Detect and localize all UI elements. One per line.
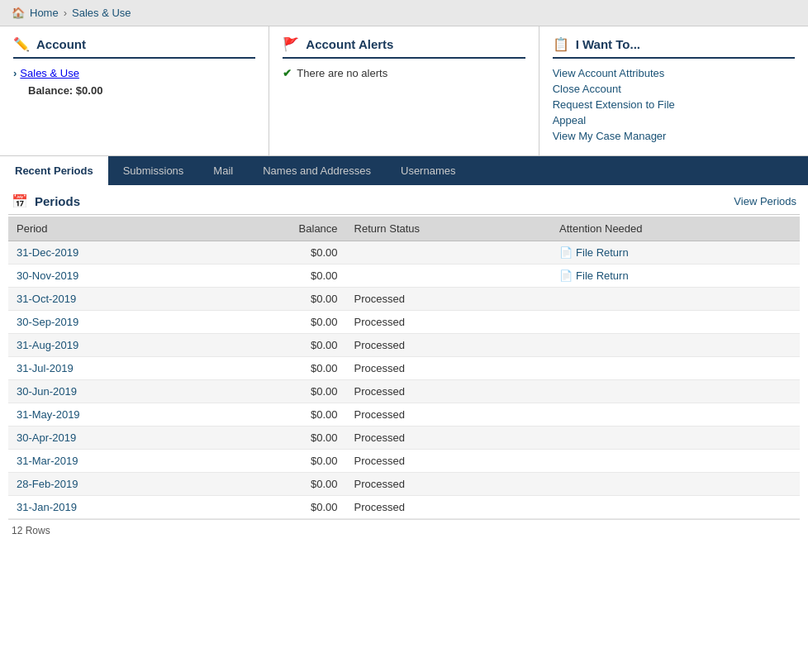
balance-cell: $0.00 bbox=[207, 380, 345, 403]
periods-table: PeriodBalanceReturn StatusAttention Need… bbox=[8, 217, 800, 519]
period-cell: 31-Jan-2019 bbox=[8, 496, 207, 519]
period-link-30-Nov-2019[interactable]: 30-Nov-2019 bbox=[17, 269, 78, 282]
attention-cell bbox=[551, 473, 800, 496]
alerts-flag-icon: 🚩 bbox=[283, 36, 299, 52]
period-link-31-May-2019[interactable]: 31-May-2019 bbox=[17, 408, 80, 421]
sales-use-tree-item[interactable]: › Sales & Use bbox=[13, 67, 255, 79]
table-row: 28-Feb-2019$0.00Processed bbox=[8, 473, 800, 496]
calendar-icon: 📅 bbox=[12, 193, 28, 209]
period-link-30-Apr-2019[interactable]: 30-Apr-2019 bbox=[17, 431, 76, 444]
table-row: 30-Jun-2019$0.00Processed bbox=[8, 380, 800, 403]
period-link-30-Sep-2019[interactable]: 30-Sep-2019 bbox=[17, 316, 78, 328]
want-to-panel: 📋 I Want To... View Account AttributesCl… bbox=[539, 26, 808, 155]
period-link-31-Aug-2019[interactable]: 31-Aug-2019 bbox=[17, 339, 78, 351]
breadcrumb: 🏠 Home › Sales & Use bbox=[0, 0, 808, 26]
return-status-cell: Processed bbox=[346, 357, 552, 380]
periods-title: 📅 Periods bbox=[12, 193, 80, 209]
want-to-panel-title: 📋 I Want To... bbox=[553, 36, 795, 59]
period-link-31-Jan-2019[interactable]: 31-Jan-2019 bbox=[17, 501, 77, 513]
table-row: 31-Aug-2019$0.00Processed bbox=[8, 334, 800, 357]
table-row: 31-Oct-2019$0.00Processed bbox=[8, 288, 800, 311]
periods-table-head: PeriodBalanceReturn StatusAttention Need… bbox=[8, 217, 800, 241]
balance-cell: $0.00 bbox=[207, 265, 345, 288]
col-header-return-status: Return Status bbox=[346, 217, 552, 241]
want-to-link-3[interactable]: Appeal bbox=[553, 114, 795, 126]
attention-cell bbox=[551, 288, 800, 311]
want-to-icon: 📋 bbox=[553, 36, 569, 52]
balance-cell: $0.00 bbox=[207, 427, 345, 450]
tab-mail[interactable]: Mail bbox=[198, 156, 248, 185]
want-to-links: View Account AttributesClose AccountRequ… bbox=[553, 67, 795, 142]
breadcrumb-current: Sales & Use bbox=[72, 7, 131, 19]
period-link-31-Dec-2019[interactable]: 31-Dec-2019 bbox=[17, 246, 78, 259]
no-alerts-item: ✔ There are no alerts bbox=[283, 67, 525, 79]
table-row: 30-Apr-2019$0.00Processed bbox=[8, 427, 800, 450]
period-cell: 31-May-2019 bbox=[8, 403, 207, 427]
attention-cell bbox=[551, 450, 800, 473]
table-row: 31-May-2019$0.00Processed bbox=[8, 403, 800, 427]
attention-cell bbox=[551, 380, 800, 403]
want-to-link-2[interactable]: Request Extension to File bbox=[553, 98, 795, 111]
balance-cell: $0.00 bbox=[207, 450, 345, 473]
tab-recent-periods[interactable]: Recent Periods bbox=[0, 156, 108, 185]
tab-names-and-addresses[interactable]: Names and Addresses bbox=[248, 156, 386, 185]
attention-cell bbox=[551, 496, 800, 519]
tab-submissions[interactable]: Submissions bbox=[108, 156, 199, 185]
return-status-cell: Processed bbox=[346, 311, 552, 334]
period-link-31-Jul-2019[interactable]: 31-Jul-2019 bbox=[17, 362, 74, 374]
table-row: 30-Sep-2019$0.00Processed bbox=[8, 311, 800, 334]
period-link-31-Oct-2019[interactable]: 31-Oct-2019 bbox=[17, 293, 76, 305]
period-link-31-Mar-2019[interactable]: 31-Mar-2019 bbox=[17, 455, 78, 467]
return-status-cell: Processed bbox=[346, 427, 552, 450]
balance-cell: $0.00 bbox=[207, 334, 345, 357]
balance-value: $0.00 bbox=[76, 84, 103, 97]
want-to-link-1[interactable]: Close Account bbox=[553, 83, 795, 95]
alerts-panel-title: 🚩 Account Alerts bbox=[283, 36, 525, 59]
col-header-balance: Balance bbox=[207, 217, 345, 241]
return-status-cell: Processed bbox=[346, 403, 552, 427]
attention-cell bbox=[551, 357, 800, 380]
period-cell: 30-Sep-2019 bbox=[8, 311, 207, 334]
return-status-cell bbox=[346, 265, 552, 288]
alerts-panel: 🚩 Account Alerts ✔ There are no alerts bbox=[269, 26, 539, 155]
return-status-cell: Processed bbox=[346, 473, 552, 496]
account-panel-title: ✏️ Account bbox=[13, 36, 255, 59]
balance-cell: $0.00 bbox=[207, 473, 345, 496]
want-to-link-4[interactable]: View My Case Manager bbox=[553, 130, 795, 142]
col-header-attention-needed: Attention Needed bbox=[551, 217, 800, 241]
periods-header: 📅 Periods View Periods bbox=[8, 185, 800, 215]
want-to-link-0[interactable]: View Account Attributes bbox=[553, 67, 795, 79]
table-header-row: PeriodBalanceReturn StatusAttention Need… bbox=[8, 217, 800, 241]
balance-cell: $0.00 bbox=[207, 357, 345, 380]
period-cell: 31-Dec-2019 bbox=[8, 241, 207, 265]
top-panels: ✏️ Account › Sales & Use Balance: $0.00 … bbox=[0, 26, 808, 156]
attention-cell bbox=[551, 403, 800, 427]
return-status-cell: Processed bbox=[346, 288, 552, 311]
account-panel: ✏️ Account › Sales & Use Balance: $0.00 bbox=[0, 26, 269, 155]
file-return-icon: 📄 bbox=[559, 269, 573, 282]
sales-use-link[interactable]: Sales & Use bbox=[20, 67, 79, 79]
attention-cell bbox=[551, 427, 800, 450]
balance-cell: $0.00 bbox=[207, 403, 345, 427]
breadcrumb-separator: › bbox=[64, 7, 67, 19]
breadcrumb-home[interactable]: Home bbox=[30, 7, 59, 19]
file-return-link[interactable]: 📄 File Return bbox=[559, 246, 791, 259]
account-tree: › Sales & Use Balance: $0.00 bbox=[13, 67, 255, 97]
periods-title-label: Periods bbox=[35, 194, 80, 208]
table-row: 31-Jan-2019$0.00Processed bbox=[8, 496, 800, 519]
view-periods-link[interactable]: View Periods bbox=[734, 195, 796, 207]
balance-cell: $0.00 bbox=[207, 241, 345, 265]
alerts-title-label: Account Alerts bbox=[306, 37, 393, 51]
row-count: 12 Rows bbox=[8, 519, 800, 541]
period-cell: 28-Feb-2019 bbox=[8, 473, 207, 496]
tab-usernames[interactable]: Usernames bbox=[386, 156, 470, 185]
return-status-cell: Processed bbox=[346, 450, 552, 473]
return-status-cell: Processed bbox=[346, 496, 552, 519]
table-row: 31-Mar-2019$0.00Processed bbox=[8, 450, 800, 473]
periods-table-body: 31-Dec-2019$0.00📄 File Return30-Nov-2019… bbox=[8, 241, 800, 519]
file-return-link[interactable]: 📄 File Return bbox=[559, 269, 791, 282]
period-cell: 30-Jun-2019 bbox=[8, 380, 207, 403]
attention-cell: 📄 File Return bbox=[551, 241, 800, 265]
period-link-28-Feb-2019[interactable]: 28-Feb-2019 bbox=[17, 478, 78, 490]
period-link-30-Jun-2019[interactable]: 30-Jun-2019 bbox=[17, 385, 77, 398]
